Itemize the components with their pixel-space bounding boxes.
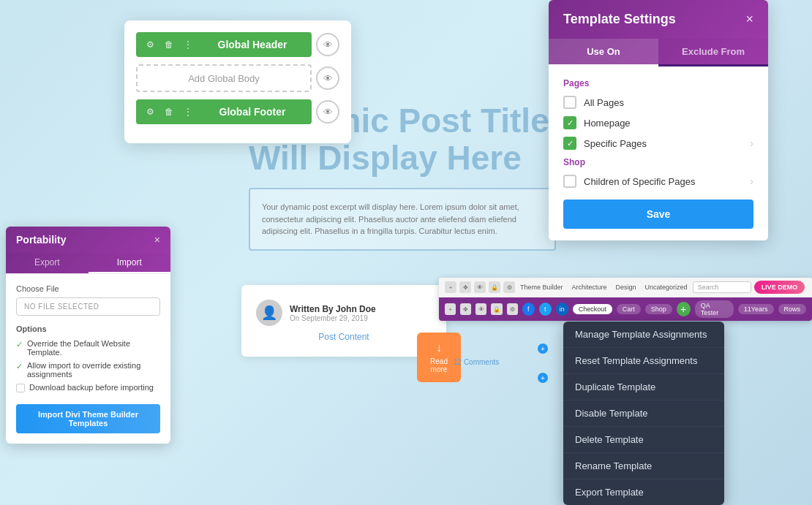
read-more-button[interactable]: ↓ Read more [417,333,461,382]
toolbar-icon-gear[interactable]: ⚙ [503,281,515,293]
trash-icon-footer[interactable]: 🗑 [162,105,176,118]
nav-11years[interactable]: 11Years [738,304,774,314]
toolbar-bottom-lock[interactable]: 🔒 [491,303,502,315]
ts-tab-use-on[interactable]: Use On [549,39,658,67]
dots-icon-footer[interactable]: ⋮ [181,105,195,118]
context-export[interactable]: Export Template [563,479,724,505]
comments-badge[interactable]: 12 Comments [454,358,499,366]
context-delete[interactable]: Delete Template [563,427,724,453]
context-disable[interactable]: Disable Template [563,400,724,427]
portability-tabs: Export Import [6,253,170,274]
toolbar-bottom: + ✥ 👁 🔒 ⚙ f t in Checkout Cart Shop + QA… [439,297,812,321]
global-header-label: Global Header [200,39,304,50]
context-duplicate[interactable]: Duplicate Template [563,374,724,400]
toolbar-icon-lock[interactable]: 🔒 [489,281,500,293]
global-header-row: ⚙ 🗑 ⋮ Global Header 👁 [136,32,339,57]
nav-uncategorized[interactable]: Uncategorized [643,283,690,292]
import-button[interactable]: Import Divi Theme Builder Templates [16,404,160,433]
gear-icon[interactable]: ⚙ [143,38,157,51]
eye-toggle-header[interactable]: 👁 [316,33,339,56]
option-backup: Download backup before importing [16,383,160,392]
global-footer-green: ⚙ 🗑 ⋮ Global Footer [136,99,312,124]
nav-labels: Theme Builder Architecture Design Uncate… [518,283,690,292]
eye-toggle-body[interactable]: 👁 [316,67,339,90]
nav-checkout[interactable]: Checkout [573,304,612,314]
global-footer-row: ⚙ 🗑 ⋮ Global Footer 👁 [136,99,339,124]
toolbar-icon-eye[interactable]: 👁 [474,281,486,293]
post-card: 👤 Written By John Doe On September 29, 2… [241,285,446,357]
toolbar-bottom-move[interactable]: ✥ [460,303,471,315]
post-content-link[interactable]: Post Content [256,332,432,342]
add-global-body-row: Add Global Body 👁 [136,64,339,92]
author-name: Written By John Doe [290,304,376,314]
option-allow-import: ✓ Allow import to override existing assi… [16,361,160,379]
ts-children-label: Children of Specific Pages [584,176,743,187]
toolbar-bottom-gear[interactable]: ⚙ [507,303,518,315]
ts-checkbox-homepage[interactable]: ✓ [563,116,576,129]
nav-theme-builder[interactable]: Theme Builder [518,283,565,292]
toolbar-icon-plus[interactable]: + [445,281,456,293]
ts-title: Template Settings [563,12,676,27]
search-box-mini[interactable]: Search [693,281,751,293]
canvas-dot-1: + [538,343,548,354]
toolbar-bottom-eye[interactable]: 👁 [475,303,486,315]
read-more-label: Read more [430,357,448,373]
file-input[interactable]: NO FILE SELECTED [16,297,160,316]
ts-checkbox-children[interactable] [563,175,576,188]
dynamic-content-box: Your dynamic post excerpt will display h… [249,188,556,251]
ts-close-btn[interactable]: × [745,12,753,27]
ts-chevron-specific-pages: › [750,137,753,149]
dots-icon[interactable]: ⋮ [181,38,195,51]
ts-pages-label: Pages [563,78,753,88]
toolbar-icon-move[interactable]: ✥ [459,281,471,293]
nav-architecture[interactable]: Architecture [570,283,609,292]
facebook-icon[interactable]: f [522,303,535,316]
ts-tab-exclude-from[interactable]: Exclude From [658,39,768,64]
live-demo-button[interactable]: LIVE DEMO [754,281,805,294]
builder-card: ⚙ 🗑 ⋮ Global Header 👁 Add Global Body 👁 … [124,20,351,143]
ts-children-specific-pages: Children of Specific Pages › [563,175,753,188]
context-reset-assignments[interactable]: Reset Template Assignments [563,348,724,374]
ts-all-pages: All Pages [563,96,753,109]
toolbar-bottom-plus[interactable]: + [445,303,456,315]
nav-cart[interactable]: Cart [617,304,641,314]
ts-chevron-children: › [750,175,753,187]
portability-tab-export[interactable]: Export [6,253,89,273]
ts-checkbox-all-pages[interactable] [563,96,576,109]
portability-tab-import[interactable]: Import [89,253,171,273]
ts-homepage: ✓ Homepage [563,116,753,129]
mini-toolbar: + ✥ 👁 🔒 ⚙ Theme Builder Architecture Des… [439,278,812,321]
context-rename[interactable]: Rename Template [563,453,724,479]
context-menu: Manage Template Assignments Reset Templa… [563,322,724,505]
file-label: Choose File [16,284,160,293]
add-nav-btn[interactable]: + [677,302,691,316]
option-override-label: Override the Default Website Template. [27,339,160,357]
nav-qa-tester[interactable]: QA Tester [695,300,734,318]
portability-close-btn[interactable]: × [154,234,160,246]
check-icon-override: ✓ [16,340,23,349]
option-override: ✓ Override the Default Website Template. [16,339,160,357]
add-global-body-btn[interactable]: Add Global Body [136,64,312,92]
nav-design[interactable]: Design [614,283,639,292]
canvas-dot-2: + [538,373,548,383]
ts-checkbox-specific-pages[interactable]: ✓ [563,137,576,150]
ts-tabs: Use On Exclude From [549,39,768,67]
gear-icon-footer[interactable]: ⚙ [143,105,157,118]
ts-homepage-label: Homepage [584,118,753,129]
linkedin-icon[interactable]: in [556,303,568,316]
twitter-icon[interactable]: t [539,303,552,316]
ts-save-button[interactable]: Save [563,200,753,229]
option-allow-import-label: Allow import to override existing assign… [27,361,160,379]
options-label: Options [16,324,160,333]
avatar: 👤 [256,300,282,326]
ts-specific-pages: ✓ Specific Pages › [563,137,753,150]
post-author-row: 👤 Written By John Doe On September 29, 2… [256,300,432,326]
check-empty-backup [16,384,25,392]
portability-body: Choose File NO FILE SELECTED Options ✓ O… [6,274,170,444]
eye-toggle-footer[interactable]: 👁 [316,100,339,124]
read-more-arrow: ↓ [423,341,455,354]
nav-rows[interactable]: Rows [778,304,807,314]
context-manage-assignments[interactable]: Manage Template Assignments [563,322,724,348]
trash-icon[interactable]: 🗑 [162,38,176,51]
nav-shop[interactable]: Shop [645,304,672,314]
